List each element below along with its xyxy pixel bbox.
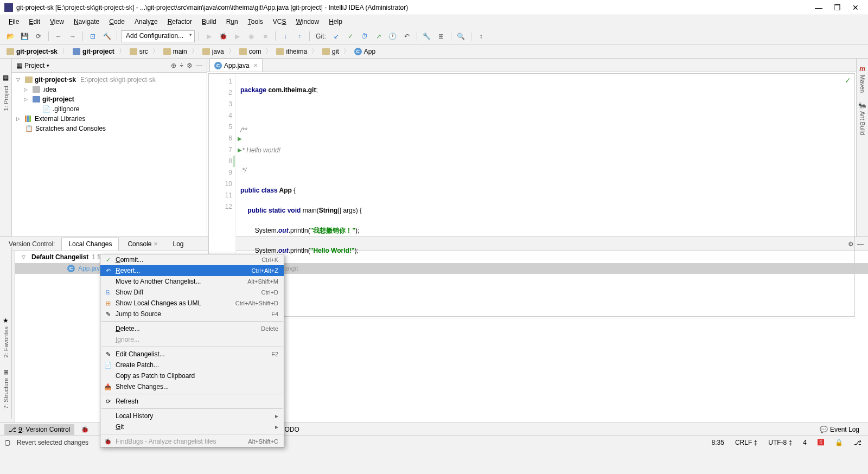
settings-icon[interactable]: 🔧 bbox=[421, 30, 433, 42]
debug-icon[interactable]: 🐞 bbox=[217, 30, 229, 42]
vc-tab-log[interactable]: Log bbox=[167, 238, 190, 250]
ctx-commit[interactable]: ✓ Commit...Ctrl+K bbox=[100, 254, 284, 265]
project-dropdown-icon[interactable]: ▾ bbox=[47, 63, 49, 68]
menu-edit[interactable]: Edit bbox=[24, 17, 44, 27]
tab-close-icon[interactable]: × bbox=[254, 62, 258, 69]
stop-icon[interactable]: ■ bbox=[259, 30, 271, 42]
bt-vc[interactable]: ⎇ 9: Version Control bbox=[4, 424, 74, 435]
git-update-icon[interactable]: ↙ bbox=[330, 30, 342, 42]
bt-bug[interactable]: 🐞 bbox=[76, 424, 93, 435]
close-button[interactable]: ✕ bbox=[852, 4, 859, 11]
favorites-tool-button[interactable]: ★ 2: Favorites bbox=[3, 312, 9, 362]
menu-run[interactable]: Run bbox=[222, 17, 242, 27]
divide-icon[interactable]: ÷ bbox=[180, 62, 183, 69]
cursor-position[interactable]: 8:35 bbox=[710, 439, 726, 446]
build-icon[interactable]: 🔨 bbox=[101, 30, 113, 42]
inspection-ok-icon[interactable]: ✓ bbox=[845, 76, 851, 85]
menu-code[interactable]: Code bbox=[105, 17, 129, 27]
menu-navigate[interactable]: Navigate bbox=[69, 17, 104, 27]
commit-icon[interactable]: ↑ bbox=[293, 30, 305, 42]
coverage-icon[interactable]: ▶ bbox=[231, 30, 243, 42]
ctx-delete[interactable]: Delete...Delete bbox=[100, 323, 284, 334]
expand-icon[interactable]: ↕ bbox=[475, 30, 487, 42]
bc-itheima[interactable]: itheima bbox=[274, 47, 309, 56]
menu-vcs[interactable]: VCS bbox=[269, 17, 291, 27]
run-config-dropdown[interactable]: Add Configuration... bbox=[121, 30, 195, 42]
vc-tab-console[interactable]: Console× bbox=[121, 238, 164, 250]
tree-ext-lib[interactable]: ▷ External Libraries bbox=[12, 114, 207, 124]
run-gutter-icon[interactable]: ▶ bbox=[238, 133, 242, 144]
profile-icon[interactable]: ◉ bbox=[245, 30, 257, 42]
git-revert-icon[interactable]: ↶ bbox=[401, 30, 413, 42]
indent-spaces[interactable]: 4 bbox=[801, 439, 809, 446]
tree-scratches[interactable]: 📋 Scratches and Consoles bbox=[12, 124, 207, 133]
target-icon[interactable]: ⊕ bbox=[171, 62, 176, 69]
tree-idea[interactable]: ▷ .idea bbox=[12, 85, 207, 94]
vc-tab-local[interactable]: Local Changes bbox=[61, 238, 119, 251]
git-history-icon[interactable]: ⏱ bbox=[359, 30, 371, 42]
bc-com[interactable]: com bbox=[237, 47, 264, 56]
structure-tool-button[interactable]: ⊞ 7: Structure bbox=[3, 364, 9, 413]
ctx-revert[interactable]: ↶ Revert...Ctrl+Alt+Z bbox=[100, 265, 284, 276]
search-icon[interactable]: 🔍 bbox=[455, 30, 467, 42]
ctx-jump[interactable]: ✎ Jump to SourceF4 bbox=[100, 309, 284, 319]
bc-git-project[interactable]: git-project bbox=[71, 47, 117, 56]
menu-build[interactable]: Build bbox=[197, 17, 221, 27]
back-icon[interactable]: ← bbox=[53, 30, 65, 42]
gear-icon[interactable]: ⚙ bbox=[187, 62, 193, 69]
vc-hide-icon[interactable]: — bbox=[857, 240, 864, 248]
tree-git-project[interactable]: ▷ git-project bbox=[12, 94, 207, 104]
editor-content[interactable]: 1 2 3 4 5 6▶ 7▶ 8 9 10 11 12 package com… bbox=[208, 73, 855, 317]
close-icon[interactable]: × bbox=[154, 240, 157, 248]
menu-file[interactable]: File bbox=[4, 17, 23, 27]
bc-java[interactable]: java bbox=[200, 47, 226, 56]
save-icon[interactable]: 💾 bbox=[18, 30, 30, 42]
menu-refactor[interactable]: Refactor bbox=[163, 17, 196, 27]
editor-tab-app[interactable]: C App.java × bbox=[209, 59, 263, 72]
ant-tool-button[interactable]: 🐜 Ant Build bbox=[858, 97, 866, 139]
run-gutter-icon[interactable]: ▶ bbox=[238, 144, 242, 156]
project-tool-button[interactable]: ▦ 1: Project bbox=[3, 69, 9, 115]
ctx-move[interactable]: Move to Another Changelist...Alt+Shift+M bbox=[100, 276, 284, 287]
ctx-patch[interactable]: 📄 Create Patch... bbox=[100, 360, 284, 370]
menu-analyze[interactable]: Analyze bbox=[130, 17, 162, 27]
ctx-shelve[interactable]: 📥 Shelve Changes... bbox=[100, 381, 284, 392]
update-icon[interactable]: ↓ bbox=[279, 30, 291, 42]
tree-root[interactable]: ▽ git-project-skE:\project-sk\git-projec… bbox=[12, 75, 207, 85]
open-icon[interactable]: 📂 bbox=[4, 30, 16, 42]
bt-event-log[interactable]: 💬 Event Log bbox=[815, 424, 864, 435]
ctx-uml[interactable]: ⊞ Show Local Changes as UMLCtrl+Alt+Shif… bbox=[100, 298, 284, 309]
sync-icon[interactable]: ⟳ bbox=[33, 30, 44, 42]
minimize-button[interactable]: — bbox=[815, 4, 822, 11]
maven-tool-button[interactable]: m Maven bbox=[859, 61, 866, 97]
bc-git[interactable]: git bbox=[320, 47, 341, 56]
structure-icon[interactable]: ⊞ bbox=[435, 30, 447, 42]
ctx-refresh[interactable]: ⟳ Refresh bbox=[100, 396, 284, 407]
bc-root[interactable]: git-project-sk bbox=[4, 47, 60, 56]
menu-help[interactable]: Help bbox=[324, 17, 347, 27]
git-clock-icon[interactable]: 🕐 bbox=[387, 30, 399, 42]
ctx-history[interactable]: Local History▸ bbox=[100, 411, 284, 421]
menu-tools[interactable]: Tools bbox=[244, 17, 267, 27]
menu-window[interactable]: Window bbox=[291, 17, 323, 27]
ctx-git[interactable]: Git▸ bbox=[100, 421, 284, 432]
ctx-copy-patch[interactable]: Copy as Patch to Clipboard bbox=[100, 370, 284, 381]
tree-gitignore[interactable]: 📄 .gitignore bbox=[12, 104, 207, 114]
branch-widget[interactable]: ⎇ bbox=[852, 439, 864, 446]
ctx-edit-cl[interactable]: ✎ Edit Changelist...F2 bbox=[100, 349, 284, 360]
git-commit-icon[interactable]: ✓ bbox=[344, 30, 356, 42]
hide-icon[interactable]: — bbox=[196, 62, 202, 69]
run-icon[interactable]: ▶ bbox=[203, 30, 215, 42]
lock-icon[interactable]: 🔒 bbox=[833, 439, 845, 446]
bc-src[interactable]: src bbox=[127, 47, 150, 56]
ctx-diff[interactable]: ⎘ Show DiffCtrl+D bbox=[100, 287, 284, 298]
forward-icon[interactable]: → bbox=[67, 30, 79, 42]
git-push-icon[interactable]: ↗ bbox=[373, 30, 385, 42]
file-encoding[interactable]: UTF-8 ‡ bbox=[766, 439, 794, 446]
project-tree[interactable]: ▽ git-project-skE:\project-sk\git-projec… bbox=[12, 73, 207, 236]
line-separator[interactable]: CRLF ‡ bbox=[733, 439, 760, 446]
select-target-icon[interactable]: ⊡ bbox=[87, 30, 99, 42]
maximize-button[interactable]: ❐ bbox=[833, 4, 841, 11]
code-text[interactable]: package com.itheima.git; /** * Hello wor… bbox=[236, 74, 854, 316]
menu-view[interactable]: View bbox=[46, 17, 68, 27]
